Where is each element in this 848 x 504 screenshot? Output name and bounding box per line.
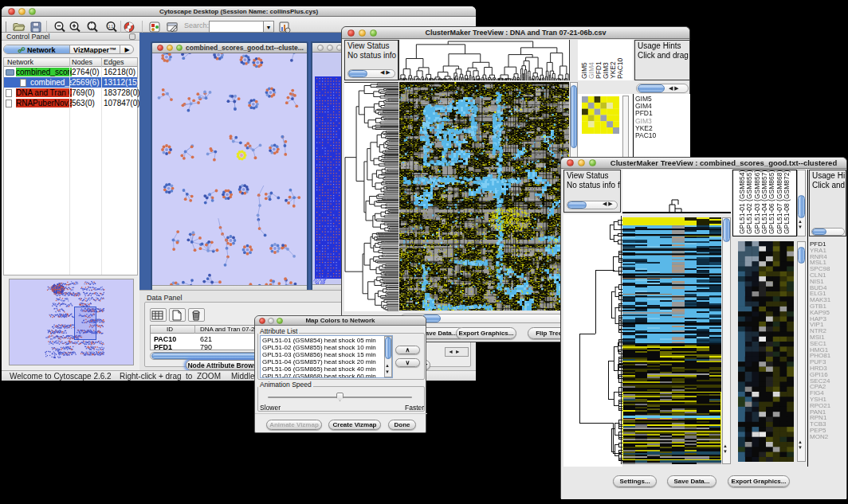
svg-text:1:1: 1:1 [108,25,114,29]
